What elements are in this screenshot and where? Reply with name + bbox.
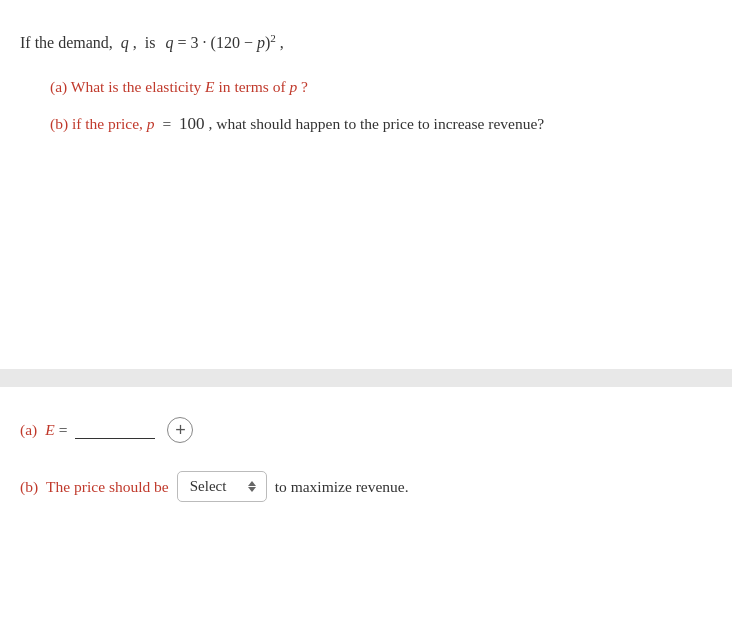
answer-b-text1: The price should be [46, 478, 169, 496]
p-variable-b: p [147, 115, 155, 132]
sub-b-label: (b) [50, 115, 68, 132]
e-variable: E [205, 78, 214, 95]
answer-a-input[interactable] [75, 421, 155, 439]
answer-a-equals: = [59, 421, 68, 439]
arrow-down-icon [248, 487, 256, 492]
answer-b-label: (b) [20, 478, 38, 496]
q-variable: q [121, 34, 129, 51]
comma-text: , [133, 34, 137, 51]
is-text: is [145, 34, 156, 51]
divider [0, 369, 732, 387]
answer-row-b: (b) The price should be Select to maximi… [20, 471, 712, 502]
sub-a-text3: ? [301, 78, 308, 95]
add-button[interactable]: + [167, 417, 193, 443]
sub-a-label: (a) [50, 78, 67, 95]
answer-b-text2: to maximize revenue. [275, 478, 409, 496]
sub-b-text2: , what should happen to the price to inc… [208, 115, 544, 132]
sub-question-b: (b) if the price, p = 100 , what should … [50, 110, 712, 139]
sub-b-value: 100 [179, 114, 205, 133]
equation-text: q = 3 · (120 − p)2 , [166, 34, 284, 51]
arrow-up-icon [248, 481, 256, 486]
select-dropdown[interactable]: Select [177, 471, 267, 502]
answer-section: (a) E = + (b) The price should be Select… [0, 387, 732, 522]
sub-question-a: (a) What is the elasticity E in terms of… [50, 74, 712, 100]
p-variable: p [289, 78, 297, 95]
sub-a-text1: What is the elasticity [71, 78, 205, 95]
intro-text: If the demand, [20, 34, 113, 51]
question-title: If the demand, q , is q = 3 · (120 − p)2… [20, 30, 712, 56]
select-label: Select [190, 478, 242, 495]
answer-a-evar: E [45, 421, 54, 439]
sub-a-text2: in terms of [218, 78, 289, 95]
question-section: If the demand, q , is q = 3 · (120 − p)2… [0, 0, 732, 169]
answer-row-a: (a) E = + [20, 417, 712, 443]
select-arrows-icon [248, 481, 256, 492]
answer-a-label: (a) [20, 421, 37, 439]
sub-b-equals: = [162, 115, 171, 132]
sub-b-text1: if the price, [72, 115, 147, 132]
